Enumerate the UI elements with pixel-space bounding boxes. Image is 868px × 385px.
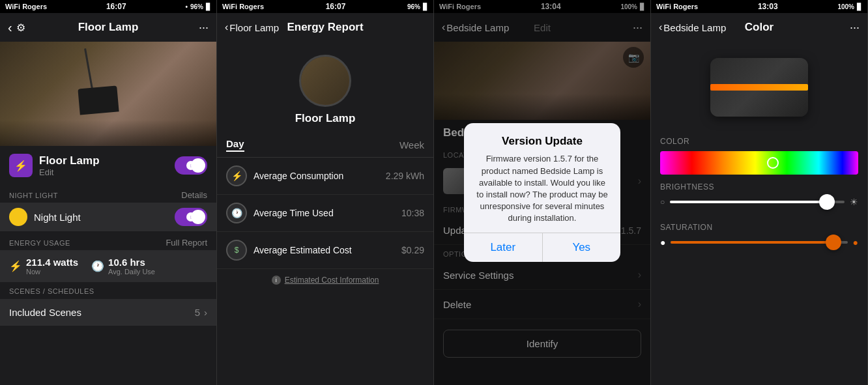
stat-left-cost: $ Average Estimated Cost xyxy=(226,240,352,261)
toggle-dot-nl: I xyxy=(186,212,195,221)
network-p1: WiFi Rogers xyxy=(5,3,47,10)
color-section-p4: Color xyxy=(651,133,867,177)
device-toggle-p1[interactable]: I xyxy=(175,156,207,175)
cost-label: Average Estimated Cost xyxy=(253,245,352,255)
consumption-value: 2.29 kWh xyxy=(386,171,424,181)
back-btn-p2[interactable]: ‹ Floor Lamp xyxy=(225,21,279,33)
dialog-buttons: Later Yes xyxy=(464,233,620,262)
battery-p2: 96% ▊ xyxy=(407,3,428,10)
toggle-dot-p1: I xyxy=(186,161,195,170)
brightness-section-p4: Brightness ○ ☀ xyxy=(651,177,867,218)
night-light-details-btn[interactable]: Details xyxy=(181,190,207,200)
saturation-max-icon: ● xyxy=(853,237,858,248)
brightness-slider-row-p4: ○ ☀ xyxy=(660,197,858,207)
back-arrow-p4: ‹ xyxy=(659,21,662,33)
avatar-image-p2 xyxy=(301,57,349,105)
dialog-title: Version Update xyxy=(474,135,610,148)
brightness-thumb-p4[interactable] xyxy=(819,194,835,210)
hours-label: Avg. Daily Use xyxy=(108,268,155,276)
tab-week-p2[interactable]: Week xyxy=(399,139,424,150)
network-p4: WiFi Rogers xyxy=(656,3,698,10)
lamp-icon-p1: ⚡ xyxy=(14,160,27,172)
hours-stat: 🕐 10.6 hrs Avg. Daily Use xyxy=(91,257,155,276)
nav-title-p1: Floor Lamp xyxy=(78,21,139,34)
brightness-min-icon: ○ xyxy=(660,197,665,207)
night-light-toggle-p1[interactable]: I xyxy=(175,208,207,226)
status-bar-p2: WiFi Rogers 16:07 96% ▊ xyxy=(217,0,433,13)
device-icon-box-p1: ⚡ xyxy=(9,154,33,177)
energy-section-label: ENERGY USAGE xyxy=(9,239,70,247)
saturation-slider-p4[interactable] xyxy=(671,241,847,244)
consumption-icon: ⚡ xyxy=(226,165,247,186)
stat-row-time: 🕐 Average Time Used 10:38 xyxy=(217,195,433,232)
full-report-btn[interactable]: Full Report xyxy=(166,238,207,248)
lamp-silhouette-p1 xyxy=(69,48,147,139)
back-arrow-p2: ‹ xyxy=(225,21,228,33)
clock-icon-p1: 🕐 xyxy=(91,260,104,272)
estimated-link-p2[interactable]: Estimated Cost Information xyxy=(285,276,379,285)
device-edit-p1[interactable]: Edit xyxy=(39,167,100,177)
network-p2: WiFi Rogers xyxy=(222,3,264,10)
dialog-yes-button[interactable]: Yes xyxy=(543,233,621,262)
lamp-3d-visual-p4 xyxy=(707,48,811,126)
lamp-body-p4 xyxy=(710,58,808,117)
back-label-p2: Floor Lamp xyxy=(229,22,279,33)
watts-label: Now xyxy=(26,268,78,276)
brightness-max-icon: ☀ xyxy=(850,197,858,207)
lightning-icon-p1: ⚡ xyxy=(9,260,22,272)
scenes-item-label: Included Scenes xyxy=(9,307,81,318)
consumption-label: Average Consumption xyxy=(253,171,343,181)
menu-icon-p1[interactable]: ··· xyxy=(199,21,209,35)
saturation-min-icon: ● xyxy=(660,237,665,248)
night-light-section-label: NIGHT LIGHT xyxy=(9,192,58,199)
saturation-label-p4: Saturation xyxy=(660,223,858,232)
version-update-dialog: Version Update Firmware version 1.5.7 fo… xyxy=(464,123,620,261)
lamp-stripe-p4 xyxy=(710,84,808,91)
color-cursor-p4 xyxy=(767,157,779,169)
cost-value: $0.29 xyxy=(401,245,424,255)
night-light-header-p1: NIGHT LIGHT Details xyxy=(0,185,216,203)
nav-bar-p4: ‹ Bedside Lamp Color ··· xyxy=(651,13,867,42)
night-light-dot-p1 xyxy=(9,208,27,226)
panel-bedside-lamp-main: WiFi Rogers 13:04 100% ▊ ‹ Bedside Lamp … xyxy=(434,0,651,385)
saturation-section-p4: Saturation ● ● xyxy=(651,218,867,258)
scenes-row-p1[interactable]: Included Scenes 5 › xyxy=(0,299,216,326)
panel-energy-report: WiFi Rogers 16:07 96% ▊ ‹ Floor Lamp Ene… xyxy=(217,0,434,385)
nav-left-p1: ‹ ⚙ xyxy=(8,20,25,35)
device-avatar-p2 xyxy=(299,55,351,107)
bluetooth-icon: • xyxy=(185,3,188,10)
gear-icon-p1[interactable]: ⚙ xyxy=(16,21,25,34)
device-avatar-section-p2: Floor Lamp xyxy=(217,42,433,133)
battery-level-p1: 96% xyxy=(190,3,203,10)
nav-bar-p2: ‹ Floor Lamp Energy Report xyxy=(217,13,433,42)
back-label-p4: Bedside Lamp xyxy=(663,22,726,33)
status-bar-p4: WiFi Rogers 13:03 100% ▊ xyxy=(651,0,867,13)
dialog-later-button[interactable]: Later xyxy=(464,233,543,262)
night-light-row-p1: Night Light I xyxy=(0,203,216,231)
menu-icon-p4[interactable]: ··· xyxy=(850,21,860,35)
battery-p1: • 96% ▊ xyxy=(185,3,211,10)
brightness-slider-p4[interactable] xyxy=(670,201,845,203)
watts-stat: ⚡ 211.4 watts Now xyxy=(9,257,78,276)
energy-row-p1: ⚡ 211.4 watts Now 🕐 10.6 hrs Avg. Daily … xyxy=(0,250,216,282)
time-p1: 16:07 xyxy=(106,2,126,11)
panel-floor-lamp-main: WiFi Rogers 16:07 • 96% ▊ ‹ ⚙ Floor Lamp… xyxy=(0,0,217,385)
dialog-overlay-p3: Version Update Firmware version 1.5.7 fo… xyxy=(434,0,650,385)
stat-row-consumption: ⚡ Average Consumption 2.29 kWh xyxy=(217,158,433,195)
stat-row-cost: $ Average Estimated Cost $0.29 xyxy=(217,232,433,269)
battery-p4: 100% ▊ xyxy=(837,3,862,10)
saturation-thumb-p4[interactable] xyxy=(826,235,841,250)
dialog-content: Version Update Firmware version 1.5.7 fo… xyxy=(464,123,620,232)
saturation-fill-p4 xyxy=(671,241,833,244)
watts-value: 211.4 watts xyxy=(26,257,78,268)
time-p2: 16:07 xyxy=(326,2,346,11)
battery-icon-p2: ▊ xyxy=(423,3,428,10)
battery-level-p2: 96% xyxy=(407,3,420,10)
back-btn-p4[interactable]: ‹ Bedside Lamp xyxy=(659,21,726,33)
scenes-chevron-icon: › xyxy=(204,307,207,318)
device-name-group-p1: Floor Lamp Edit xyxy=(39,154,100,177)
color-spectrum-p4[interactable] xyxy=(660,151,858,175)
time-p4: 13:03 xyxy=(758,2,778,11)
back-arrow-p1[interactable]: ‹ xyxy=(8,20,12,35)
tab-day-p2[interactable]: Day xyxy=(226,138,244,152)
